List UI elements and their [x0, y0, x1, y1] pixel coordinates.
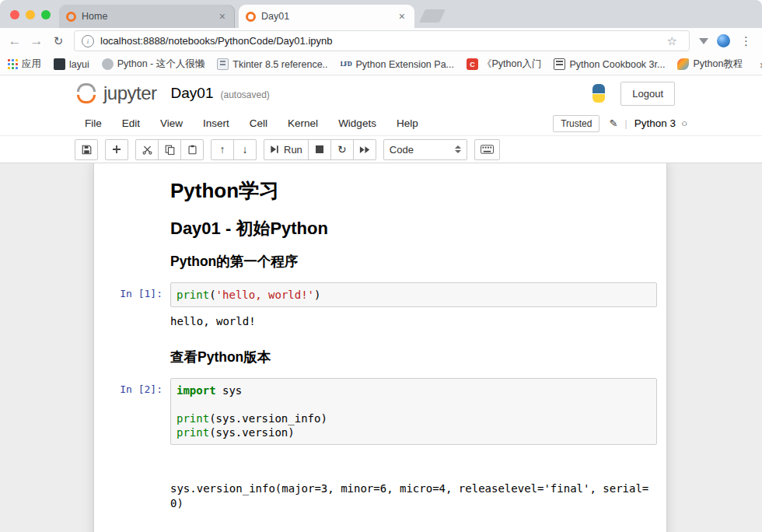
menu-kernel[interactable]: Kernel [278, 117, 328, 129]
code-cell-1[interactable]: In [1]: print('hello, world!') [94, 282, 666, 307]
bookmark-star-icon[interactable]: ☆ [662, 33, 682, 49]
bookmark-label: layui [69, 59, 89, 70]
jupyter-favicon [246, 12, 256, 22]
bookmarks-bar: 应用 layui Python - 这个人很懒 Tkinter 8.5 refe… [0, 54, 762, 75]
code-line: print(sys.version_info) [177, 411, 651, 425]
down-triangle-icon[interactable] [699, 38, 708, 44]
new-tab-button[interactable] [419, 9, 446, 23]
back-icon[interactable]: ← [5, 31, 25, 51]
jupyter-logo-icon [75, 82, 98, 104]
markdown-heading-3-second[interactable]: 查看Python版本 [170, 349, 666, 366]
cell-type-value: Code [390, 144, 414, 156]
menu-cell[interactable]: Cell [239, 117, 278, 129]
window-controls [10, 10, 51, 19]
bookmarks-overflow-icon[interactable]: » [755, 58, 762, 72]
book-favicon [554, 58, 565, 70]
kernel-idle-icon: ○ [681, 117, 687, 129]
jupyter-menubar: File Edit View Insert Cell Kernel Widget… [0, 111, 762, 136]
cell-type-select[interactable]: Code [383, 139, 467, 160]
bookmark-layui[interactable]: layui [54, 58, 89, 70]
restart-run-all-button[interactable] [353, 139, 376, 160]
tab-close-icon[interactable]: × [217, 10, 228, 23]
menu-help[interactable]: Help [386, 117, 428, 129]
trusted-badge[interactable]: Trusted [553, 115, 599, 132]
interrupt-kernel-button[interactable] [308, 139, 331, 160]
move-cell-down-button[interactable]: ↓ [233, 139, 257, 160]
copy-cell-button[interactable] [158, 139, 181, 160]
select-arrows-icon [455, 145, 461, 153]
save-button[interactable] [75, 139, 98, 160]
zoom-window-button[interactable] [41, 10, 51, 19]
add-cell-button[interactable] [105, 139, 128, 160]
forward-icon[interactable]: → [26, 31, 47, 51]
keyboard-icon [481, 145, 494, 154]
paste-cell-button[interactable] [180, 139, 204, 160]
cut-cell-button[interactable] [135, 139, 159, 160]
cell-1-output: hello, world! [94, 314, 666, 329]
jupyter-logo-text: jupyter [103, 82, 157, 104]
python-logo-icon [589, 84, 608, 103]
plus-icon [112, 145, 121, 154]
menu-widgets[interactable]: Widgets [328, 117, 386, 129]
code-line: import sys [177, 383, 651, 397]
reload-icon[interactable]: ↻ [48, 31, 68, 51]
run-button[interactable]: Run [264, 139, 309, 160]
code-line: print(sys.version) [177, 425, 651, 439]
apps-grid-icon [8, 59, 18, 69]
input-prompt: In [1]: [94, 282, 170, 307]
divider: | [624, 117, 627, 129]
bookmark-tkinter-reference[interactable]: Tkinter 8.5 reference.. [217, 58, 327, 70]
bookmark-python-blog[interactable]: Python - 这个人很懒 [102, 58, 205, 71]
bookmark-label: Python Extension Pa... [356, 59, 454, 70]
site-info-icon[interactable]: i [82, 35, 94, 47]
notebook-title[interactable]: Day01 [171, 85, 214, 102]
tab-home[interactable]: Home × [59, 5, 235, 28]
jupyter-toolbar: ↑ ↓ Run ↻ Code [0, 136, 762, 163]
bookmark-label: Python教程 [693, 58, 743, 71]
menu-insert[interactable]: Insert [193, 117, 239, 129]
jupyter-favicon [66, 12, 76, 22]
fast-forward-icon [359, 145, 370, 154]
cell-2-output: sys.version_info(major=3, minor=6, micro… [94, 452, 666, 532]
checkpoint-status: (autosaved) [220, 89, 269, 100]
bookmark-label: Tkinter 8.5 reference.. [232, 59, 327, 70]
output-text: sys.version_info(major=3, minor=6, micro… [170, 452, 652, 532]
bookmark-python-cookbook[interactable]: Python Cookbook 3r... [554, 58, 665, 70]
markdown-heading-1[interactable]: Python学习 [170, 179, 666, 203]
bookmark-python-extension[interactable]: LFD Python Extension Pa... [341, 58, 454, 70]
code-input-1[interactable]: print('hello, world!') [170, 282, 657, 307]
address-bar[interactable]: i localhost:8888/notebooks/PythonCode/Da… [74, 30, 690, 51]
menu-edit[interactable]: Edit [112, 117, 150, 129]
code-input-2[interactable]: import sys print(sys.version_info) print… [170, 378, 657, 446]
bookmark-label: 应用 [22, 58, 41, 71]
minimize-window-button[interactable] [26, 10, 35, 19]
notebook-page: Python学习 Day01 - 初始Python Python的第一个程序 I… [93, 163, 667, 532]
tabs: Home × Day01 × [59, 5, 442, 28]
url-text: localhost:8888/notebooks/PythonCode/Day0… [100, 35, 656, 47]
logout-button[interactable]: Logout [620, 82, 675, 106]
menu-view[interactable]: View [150, 117, 193, 129]
move-cell-up-button[interactable]: ↑ [211, 139, 234, 160]
jupyter-logo[interactable]: jupyter [75, 82, 157, 104]
restart-kernel-button[interactable]: ↻ [330, 139, 354, 160]
close-window-button[interactable] [10, 10, 19, 19]
globe-icon[interactable] [717, 34, 730, 47]
tab-day01[interactable]: Day01 × [239, 5, 414, 28]
browser-menu-icon[interactable]: ⋮ [735, 34, 757, 48]
copy-icon [165, 145, 175, 155]
feather-favicon [677, 58, 689, 70]
markdown-heading-2[interactable]: Day01 - 初始Python [170, 219, 666, 239]
code-cell-2[interactable]: In [2]: import sys print(sys.version_inf… [94, 378, 666, 446]
menu-file[interactable]: File [75, 117, 112, 129]
output-prompt-spacer [94, 314, 170, 329]
bookmark-python-intro[interactable]: C 《Python入门 [467, 58, 541, 71]
markdown-heading-3-first[interactable]: Python的第一个程序 [170, 254, 666, 270]
bookmark-apps[interactable]: 应用 [8, 58, 41, 71]
edit-mode-pencil-icon: ✎ [609, 117, 617, 129]
notebook-container: Python学习 Day01 - 初始Python Python的第一个程序 I… [0, 163, 762, 532]
command-palette-button[interactable] [474, 139, 500, 160]
jupyter-header: jupyter Day01 (autosaved) Logout [0, 75, 762, 111]
bookmark-python-tutorial[interactable]: Python教程 [677, 58, 743, 71]
tab-close-icon[interactable]: × [397, 10, 407, 23]
document-favicon [217, 58, 229, 70]
